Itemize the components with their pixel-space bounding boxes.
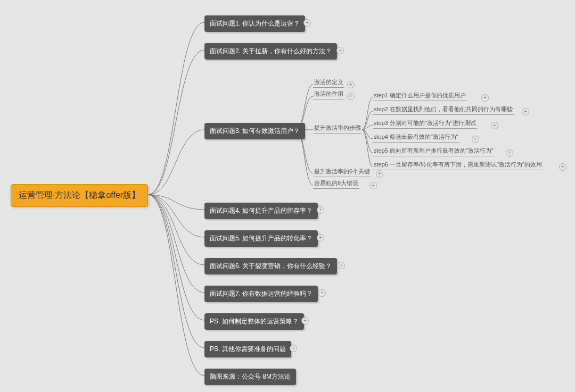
l1-label: 面试问题6. 关于裂变营销，你有什么经验？: [210, 262, 332, 270]
l1-label: 面试问题3. 如何有效激活用户？: [210, 127, 300, 135]
step-leaf-1[interactable]: step1 确定什么用户是你的优质用户: [373, 91, 467, 101]
l1-label: PS. 其他你需要准备的问题: [210, 345, 286, 353]
step-leaf-5[interactable]: step5 面向所有新用户推行最有效的"激活行为": [373, 147, 495, 156]
l1-node-q2[interactable]: 面试问题2. 关于拉新，你有什么好的方法？: [204, 43, 337, 60]
leaf-label: step6 一旦留存率/转化率有所下滑，需重新测试"激活行为"的效用: [374, 161, 542, 168]
expander-icon[interactable]: +: [318, 289, 326, 297]
expander-icon[interactable]: +: [303, 19, 311, 27]
expander-icon[interactable]: +: [317, 234, 324, 241]
expander-icon[interactable]: +: [347, 93, 355, 100]
l1-label: 面试问题7. 你有数据运营的经验吗？: [210, 290, 313, 297]
expander-icon[interactable]: +: [559, 163, 566, 171]
expander-icon[interactable]: +: [317, 206, 324, 214]
leaf-label: 激活的作用: [314, 90, 343, 97]
leaf-label: step3 分别对可能的"激活行为"进行测试: [374, 120, 476, 126]
expander-icon[interactable]: +: [336, 47, 344, 54]
leaf-label: 激活的定义: [314, 79, 343, 85]
expander-icon[interactable]: +: [338, 262, 345, 269]
l1-node-q5[interactable]: 面试问题5. 如何提升产品的转化率？: [204, 230, 318, 247]
leaf-label: step4 筛选出最有效的"激活行为": [374, 134, 458, 140]
leaf-label: step5 面向所有新用户推行最有效的"激活行为": [374, 147, 494, 154]
expander-icon[interactable]: +: [481, 94, 489, 102]
step-leaf-6[interactable]: step6 一旦留存率/转化率有所下滑，需重新测试"激活行为"的效用: [373, 161, 543, 170]
leaf-label: step2 在数据里找到他们，看看他们共同的行为有哪些: [374, 106, 513, 112]
expander-icon[interactable]: +: [369, 182, 377, 189]
l1-node-q1[interactable]: 面试问题1. 你认为什么是运营？: [204, 15, 305, 32]
step-leaf-3[interactable]: step3 分别对可能的"激活行为"进行测试: [373, 119, 477, 129]
expander-icon[interactable]: +: [506, 149, 513, 157]
expander-icon[interactable]: +: [290, 345, 297, 352]
l1-label: 面试问题1. 你认为什么是运营？: [210, 20, 300, 27]
q3-leaf-mistakes[interactable]: 容易犯的8大错误: [313, 179, 359, 189]
l1-label: PS. 如何制定整体的运营策略？: [210, 318, 299, 325]
leaf-label: 提升激活率的步骤: [314, 124, 361, 131]
leaf-label: 提升激活率的6个关键: [314, 168, 370, 174]
l1-label: 面试问题5. 如何提升产品的转化率？: [210, 235, 313, 242]
expander-icon[interactable]: +: [301, 317, 309, 324]
l1-node-ps1[interactable]: PS. 如何制定整体的运营策略？: [204, 313, 304, 330]
q3-leaf-steps[interactable]: 提升激活率的步骤: [313, 124, 362, 134]
expander-icon[interactable]: +: [472, 136, 479, 143]
l1-label: 面试问题2. 关于拉新，你有什么好的方法？: [210, 47, 332, 55]
q3-leaf-definition[interactable]: 激活的定义: [313, 78, 344, 88]
l1-node-q4[interactable]: 面试问题4. 如何提升产品的留存率？: [204, 203, 318, 219]
l1-node-q6[interactable]: 面试问题6. 关于裂变营销，你有什么经验？: [204, 258, 337, 274]
leaf-label: step1 确定什么用户是你的优质用户: [374, 92, 466, 98]
root-node[interactable]: 运营管理·方法论【稳拿offer版】: [11, 184, 148, 207]
step-leaf-4[interactable]: step4 筛选出最有效的"激活行为": [373, 133, 459, 143]
q3-leaf-keys[interactable]: 提升激活率的6个关键: [313, 168, 371, 177]
l1-node-q3[interactable]: 面试问题3. 如何有效激活用户？: [204, 123, 305, 139]
l1-node-q7[interactable]: 面试问题7. 你有数据运营的经验吗？: [204, 286, 318, 302]
expander-icon[interactable]: +: [522, 108, 529, 115]
l1-label: 面试问题4. 如何提升产品的留存率？: [210, 207, 313, 214]
l1-node-ps2[interactable]: PS. 其他你需要准备的问题: [204, 341, 291, 357]
leaf-label: 容易犯的8大错误: [314, 180, 358, 186]
step-leaf-2[interactable]: step2 在数据里找到他们，看看他们共同的行为有哪些: [373, 105, 514, 115]
expander-icon[interactable]: +: [491, 122, 498, 129]
expander-icon[interactable]: +: [347, 81, 355, 88]
root-label: 运营管理·方法论【稳拿offer版】: [19, 190, 140, 199]
q3-leaf-effect[interactable]: 激活的作用: [313, 90, 344, 99]
expander-icon[interactable]: +: [376, 170, 383, 178]
l1-node-source[interactable]: 脑图来源：公众号 8M方法论: [204, 369, 296, 385]
l1-label: 脑图来源：公众号 8M方法论: [210, 373, 291, 380]
